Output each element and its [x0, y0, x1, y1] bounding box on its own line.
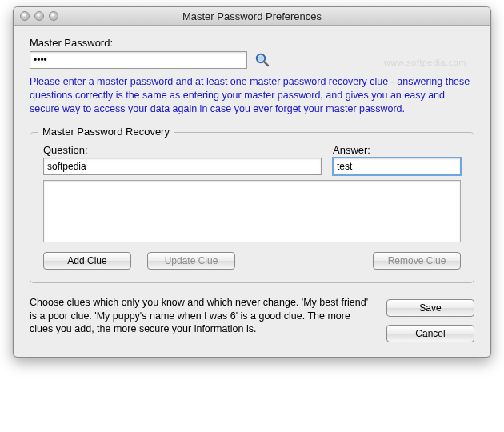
content-area: www.softpedia.com Master Password: Pleas… [14, 26, 490, 357]
update-clue-button[interactable]: Update Clue [147, 252, 235, 270]
master-password-label: Master Password: [30, 37, 474, 49]
recovery-group: Master Password Recovery Question: Answe… [30, 132, 474, 283]
clue-list[interactable] [43, 180, 461, 242]
instructions-text: Please enter a master password and at le… [30, 75, 474, 116]
minimize-icon[interactable] [34, 11, 44, 21]
window-controls [20, 11, 58, 21]
save-button[interactable]: Save [386, 299, 474, 317]
add-clue-button[interactable]: Add Clue [43, 252, 131, 270]
question-input[interactable] [43, 158, 322, 175]
close-icon[interactable] [20, 11, 30, 21]
svg-line-2 [264, 62, 268, 66]
cancel-button[interactable]: Cancel [386, 325, 474, 342]
titlebar: Master Password Preferences [14, 7, 490, 26]
answer-label: Answer: [333, 144, 461, 156]
recovery-legend: Master Password Recovery [38, 126, 174, 138]
remove-clue-button[interactable]: Remove Clue [373, 252, 461, 270]
answer-input[interactable] [333, 158, 461, 175]
zoom-icon[interactable] [49, 11, 58, 21]
question-label: Question: [43, 144, 322, 156]
preferences-window: Master Password Preferences www.softpedi… [13, 6, 491, 358]
master-password-input[interactable] [30, 51, 247, 69]
svg-point-1 [258, 55, 263, 61]
hint-text: Choose clues which only you know and whi… [30, 296, 374, 337]
window-title: Master Password Preferences [14, 10, 490, 22]
magnifier-icon[interactable] [254, 51, 271, 69]
